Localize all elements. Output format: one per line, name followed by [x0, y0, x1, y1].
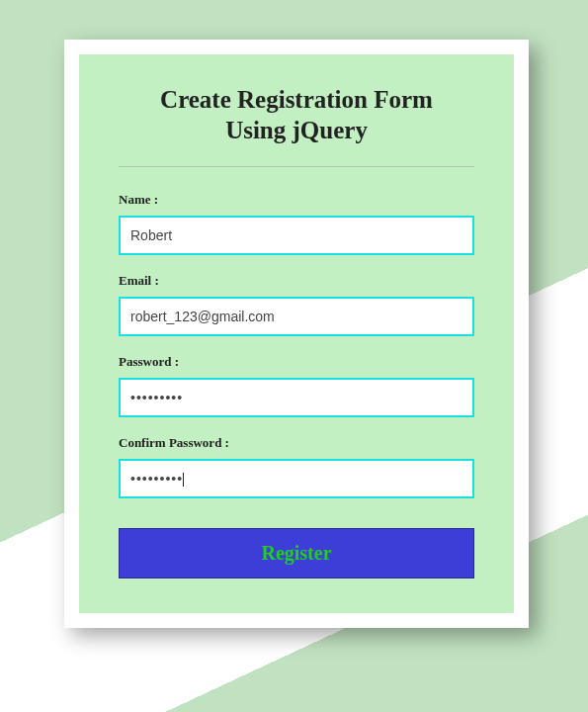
email-label: Email : — [119, 273, 474, 289]
title-divider — [119, 166, 474, 167]
confirm-password-input[interactable]: ••••••••• — [119, 459, 474, 498]
name-row: Name : — [119, 192, 474, 255]
confirm-password-row: Confirm Password : ••••••••• — [119, 435, 474, 498]
name-input[interactable] — [119, 216, 474, 255]
email-input[interactable] — [119, 297, 474, 336]
email-row: Email : — [119, 273, 474, 336]
confirm-dots: ••••••••• — [130, 471, 183, 487]
form-panel: Create Registration Form Using jQuery Na… — [79, 54, 514, 613]
text-cursor — [183, 473, 184, 487]
form-card: Create Registration Form Using jQuery Na… — [64, 40, 529, 628]
password-row: Password : ••••••••• — [119, 354, 474, 417]
password-dots: ••••••••• — [130, 390, 183, 405]
confirm-password-label: Confirm Password : — [119, 435, 474, 451]
name-label: Name : — [119, 192, 474, 208]
password-label: Password : — [119, 354, 474, 370]
page-title: Create Registration Form Using jQuery — [109, 84, 484, 146]
register-button[interactable]: Register — [119, 528, 474, 578]
title-line-1: Create Registration Form — [160, 86, 433, 113]
password-input[interactable]: ••••••••• — [119, 378, 474, 417]
title-line-2: Using jQuery — [225, 117, 368, 143]
